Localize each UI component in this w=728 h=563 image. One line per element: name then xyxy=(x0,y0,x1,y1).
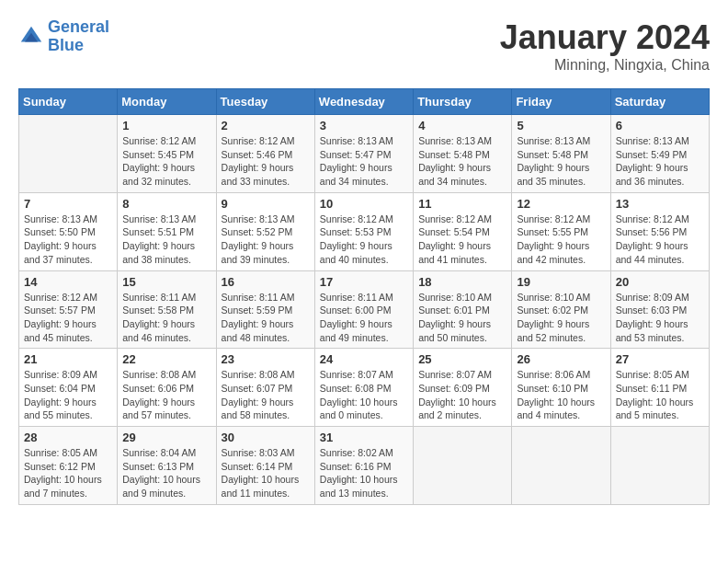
calendar-table: SundayMondayTuesdayWednesdayThursdayFrid… xyxy=(18,88,710,505)
day-number: 13 xyxy=(616,197,704,211)
day-info: Sunrise: 8:13 AM Sunset: 5:51 PM Dayligh… xyxy=(122,213,210,267)
day-info: Sunrise: 8:12 AM Sunset: 5:53 PM Dayligh… xyxy=(320,213,408,267)
day-info: Sunrise: 8:13 AM Sunset: 5:48 PM Dayligh… xyxy=(418,134,506,189)
calendar-title: January 2024 xyxy=(500,18,710,57)
day-number: 28 xyxy=(24,431,112,444)
weekday-header: Saturday xyxy=(610,89,709,115)
day-number: 25 xyxy=(418,352,506,366)
weekday-header: Friday xyxy=(512,89,610,115)
calendar-cell: 16Sunrise: 8:11 AM Sunset: 5:59 PM Dayli… xyxy=(216,270,314,349)
day-number: 6 xyxy=(616,119,704,132)
calendar-cell: 20Sunrise: 8:09 AM Sunset: 6:03 PM Dayli… xyxy=(610,270,709,349)
calendar-cell: 4Sunrise: 8:13 AM Sunset: 5:48 PM Daylig… xyxy=(414,115,512,193)
day-info: Sunrise: 8:08 AM Sunset: 6:06 PM Dayligh… xyxy=(122,368,210,422)
day-info: Sunrise: 8:08 AM Sunset: 6:07 PM Dayligh… xyxy=(222,368,310,422)
day-info: Sunrise: 8:09 AM Sunset: 6:04 PM Dayligh… xyxy=(24,368,112,422)
day-number: 3 xyxy=(320,119,408,132)
day-info: Sunrise: 8:10 AM Sunset: 6:01 PM Dayligh… xyxy=(418,291,506,345)
day-info: Sunrise: 8:04 AM Sunset: 6:13 PM Dayligh… xyxy=(122,446,210,500)
day-number: 26 xyxy=(517,352,605,366)
day-info: Sunrise: 8:06 AM Sunset: 6:10 PM Dayligh… xyxy=(517,368,605,422)
calendar-cell: 11Sunrise: 8:12 AM Sunset: 5:54 PM Dayli… xyxy=(414,192,512,270)
day-info: Sunrise: 8:11 AM Sunset: 5:59 PM Dayligh… xyxy=(222,291,310,345)
calendar-cell: 30Sunrise: 8:03 AM Sunset: 6:14 PM Dayli… xyxy=(216,427,314,505)
calendar-cell xyxy=(610,427,709,505)
day-number: 29 xyxy=(122,431,210,444)
day-number: 11 xyxy=(418,197,506,211)
day-number: 4 xyxy=(418,119,506,132)
day-number: 22 xyxy=(122,352,210,366)
calendar-cell: 9Sunrise: 8:13 AM Sunset: 5:52 PM Daylig… xyxy=(216,192,314,270)
calendar-cell: 28Sunrise: 8:05 AM Sunset: 6:12 PM Dayli… xyxy=(19,427,118,505)
calendar-cell: 12Sunrise: 8:12 AM Sunset: 5:55 PM Dayli… xyxy=(512,192,610,270)
day-info: Sunrise: 8:10 AM Sunset: 6:02 PM Dayligh… xyxy=(517,291,605,345)
day-info: Sunrise: 8:11 AM Sunset: 5:58 PM Dayligh… xyxy=(122,291,210,345)
calendar-subtitle: Minning, Ningxia, China xyxy=(500,57,710,74)
calendar-cell: 2Sunrise: 8:12 AM Sunset: 5:46 PM Daylig… xyxy=(216,115,314,193)
calendar-cell: 22Sunrise: 8:08 AM Sunset: 6:06 PM Dayli… xyxy=(118,349,216,427)
day-number: 20 xyxy=(616,275,704,289)
day-info: Sunrise: 8:07 AM Sunset: 6:09 PM Dayligh… xyxy=(418,368,506,422)
calendar-week-row: 7Sunrise: 8:13 AM Sunset: 5:50 PM Daylig… xyxy=(19,192,710,270)
day-number: 16 xyxy=(222,275,310,289)
day-number: 27 xyxy=(616,352,704,366)
day-info: Sunrise: 8:13 AM Sunset: 5:48 PM Dayligh… xyxy=(517,134,605,189)
day-number: 8 xyxy=(122,197,210,211)
calendar-week-row: 14Sunrise: 8:12 AM Sunset: 5:57 PM Dayli… xyxy=(19,270,710,349)
calendar-cell: 23Sunrise: 8:08 AM Sunset: 6:07 PM Dayli… xyxy=(216,349,314,427)
calendar-cell xyxy=(512,427,610,505)
calendar-cell xyxy=(414,427,512,505)
day-number: 31 xyxy=(320,431,408,444)
day-number: 7 xyxy=(24,197,112,211)
calendar-cell: 7Sunrise: 8:13 AM Sunset: 5:50 PM Daylig… xyxy=(19,192,118,270)
day-info: Sunrise: 8:09 AM Sunset: 6:03 PM Dayligh… xyxy=(616,291,704,345)
day-number: 30 xyxy=(222,431,310,444)
calendar-week-row: 1Sunrise: 8:12 AM Sunset: 5:45 PM Daylig… xyxy=(19,115,710,193)
day-number: 21 xyxy=(24,352,112,366)
calendar-cell: 14Sunrise: 8:12 AM Sunset: 5:57 PM Dayli… xyxy=(19,270,118,349)
day-info: Sunrise: 8:07 AM Sunset: 6:08 PM Dayligh… xyxy=(320,368,408,422)
day-info: Sunrise: 8:13 AM Sunset: 5:52 PM Dayligh… xyxy=(222,213,310,267)
day-info: Sunrise: 8:12 AM Sunset: 5:56 PM Dayligh… xyxy=(616,213,704,267)
day-info: Sunrise: 8:02 AM Sunset: 6:16 PM Dayligh… xyxy=(320,446,408,500)
logo-line1: General xyxy=(48,17,109,36)
day-info: Sunrise: 8:13 AM Sunset: 5:50 PM Dayligh… xyxy=(24,213,112,267)
weekday-header: Tuesday xyxy=(216,89,314,115)
day-info: Sunrise: 8:05 AM Sunset: 6:12 PM Dayligh… xyxy=(24,446,112,500)
logo-text: General Blue xyxy=(48,18,109,55)
calendar-cell: 8Sunrise: 8:13 AM Sunset: 5:51 PM Daylig… xyxy=(118,192,216,270)
day-number: 2 xyxy=(222,119,310,132)
day-number: 12 xyxy=(517,197,605,211)
weekday-header: Wednesday xyxy=(314,89,413,115)
day-number: 15 xyxy=(122,275,210,289)
day-number: 17 xyxy=(320,275,408,289)
day-number: 5 xyxy=(517,119,605,132)
weekday-header: Sunday xyxy=(19,89,118,115)
day-number: 10 xyxy=(320,197,408,211)
day-number: 19 xyxy=(517,275,605,289)
calendar-cell: 6Sunrise: 8:13 AM Sunset: 5:49 PM Daylig… xyxy=(610,115,709,193)
calendar-cell: 24Sunrise: 8:07 AM Sunset: 6:08 PM Dayli… xyxy=(314,349,413,427)
calendar-cell: 13Sunrise: 8:12 AM Sunset: 5:56 PM Dayli… xyxy=(610,192,709,270)
day-info: Sunrise: 8:05 AM Sunset: 6:11 PM Dayligh… xyxy=(616,368,704,422)
calendar-cell: 15Sunrise: 8:11 AM Sunset: 5:58 PM Dayli… xyxy=(118,270,216,349)
day-info: Sunrise: 8:12 AM Sunset: 5:45 PM Dayligh… xyxy=(122,134,210,189)
header: General Blue January 2024 Minning, Ningx… xyxy=(18,18,710,74)
calendar-cell xyxy=(19,115,118,193)
day-number: 18 xyxy=(418,275,506,289)
day-info: Sunrise: 8:12 AM Sunset: 5:57 PM Dayligh… xyxy=(24,291,112,345)
day-info: Sunrise: 8:13 AM Sunset: 5:49 PM Dayligh… xyxy=(616,134,704,189)
day-number: 9 xyxy=(222,197,310,211)
day-number: 23 xyxy=(222,352,310,366)
day-number: 14 xyxy=(24,275,112,289)
calendar-cell: 1Sunrise: 8:12 AM Sunset: 5:45 PM Daylig… xyxy=(118,115,216,193)
calendar-cell: 10Sunrise: 8:12 AM Sunset: 5:53 PM Dayli… xyxy=(314,192,413,270)
weekday-header: Monday xyxy=(118,89,216,115)
day-number: 24 xyxy=(320,352,408,366)
calendar-cell: 5Sunrise: 8:13 AM Sunset: 5:48 PM Daylig… xyxy=(512,115,610,193)
calendar-cell: 21Sunrise: 8:09 AM Sunset: 6:04 PM Dayli… xyxy=(19,349,118,427)
day-info: Sunrise: 8:11 AM Sunset: 6:00 PM Dayligh… xyxy=(320,291,408,345)
calendar-week-row: 21Sunrise: 8:09 AM Sunset: 6:04 PM Dayli… xyxy=(19,349,710,427)
day-info: Sunrise: 8:12 AM Sunset: 5:55 PM Dayligh… xyxy=(517,213,605,267)
calendar-cell: 19Sunrise: 8:10 AM Sunset: 6:02 PM Dayli… xyxy=(512,270,610,349)
